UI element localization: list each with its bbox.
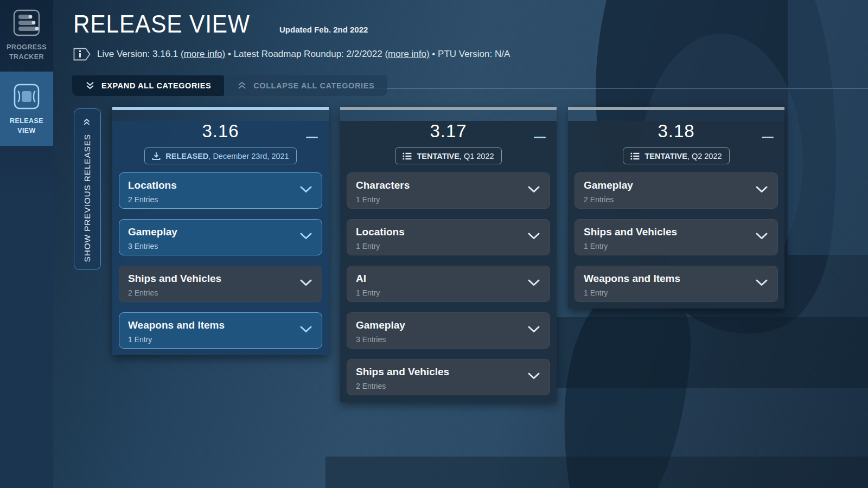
category-entries: 1 Entry [584, 288, 769, 297]
version-title: 3.17 [347, 121, 550, 142]
column-collapse-button[interactable] [534, 133, 549, 142]
collapse-all-label: COLLAPSE ALL CATEGORIES [253, 81, 374, 90]
chevron-down-icon [300, 326, 312, 333]
version-info-bar: Live Version: 3.16.1 (more info) • Lates… [73, 48, 510, 61]
version-title: 3.16 [119, 121, 322, 142]
column-body: 3.16 RELEASED, December 23rd, 2021 [112, 121, 329, 355]
category-entries: 2 Entries [128, 195, 313, 204]
chevron-down-icon [528, 233, 540, 240]
category-title: Characters [356, 179, 541, 192]
category-card-list: Characters 1 Entry Locations 1 Entry AI … [347, 172, 550, 395]
release-column: 3.17 TENTATIVE, Q1 2022 Characters [340, 107, 557, 402]
status-badge: TENTATIVE, Q1 2022 [395, 147, 501, 164]
category-title: Ships and Vehicles [128, 272, 313, 285]
minus-icon [762, 137, 774, 138]
page-updated: Updated Feb. 2nd 2022 [279, 25, 368, 34]
list-icon [630, 152, 640, 160]
category-card[interactable]: Locations 2 Entries [119, 172, 322, 209]
toolbar-divider-line [355, 88, 868, 89]
column-collapse-button[interactable] [306, 133, 321, 142]
chevron-down-icon [528, 186, 540, 193]
chevron-down-icon [528, 279, 540, 286]
status-badge-text: RELEASED, December 23rd, 2021 [165, 152, 289, 160]
list-icon [403, 152, 412, 160]
category-card[interactable]: Ships and Vehicles 2 Entries [119, 266, 322, 302]
category-entries: 2 Entries [128, 288, 313, 297]
category-title: Ships and Vehicles [584, 226, 769, 239]
category-card[interactable]: Weapons and Items 1 Entry [119, 312, 322, 349]
release-column: 3.18 TENTATIVE, Q2 2022 Gameplay [568, 107, 784, 309]
sidebar-item-label: PROGRESS TRACKER [4, 42, 49, 62]
category-title: Weapons and Items [584, 272, 769, 285]
category-title: Weapons and Items [128, 319, 313, 332]
progress-tracker-icon [12, 9, 41, 37]
category-entries: 1 Entry [356, 195, 541, 204]
category-title: AI [356, 272, 541, 285]
live-version-more-info-link[interactable]: (more info) [181, 49, 225, 59]
column-body: 3.17 TENTATIVE, Q1 2022 Characters [340, 121, 557, 402]
category-entries: 3 Entries [356, 335, 541, 344]
column-status-strip [112, 107, 329, 110]
category-card[interactable]: Gameplay 2 Entries [575, 172, 778, 209]
category-card[interactable]: AI 1 Entry [347, 266, 550, 302]
chevron-down-icon [300, 186, 312, 193]
chevron-down-icon [528, 326, 540, 333]
double-chevron-left-icon: « [81, 118, 94, 125]
category-card[interactable]: Characters 1 Entry [347, 172, 550, 209]
status-badge-text: TENTATIVE, Q2 2022 [644, 152, 722, 160]
info-icon [73, 48, 91, 61]
roundup-text: • Latest Roadmap Roundup: 2/2/2022 [225, 49, 385, 59]
expand-all-label: EXPAND ALL CATEGORIES [101, 81, 211, 90]
show-previous-releases-label: SHOW PREVIOUS RELEASES [82, 134, 92, 262]
chevron-down-icon [300, 279, 312, 286]
status-badge: TENTATIVE, Q2 2022 [623, 147, 729, 164]
chevron-down-icon [528, 373, 540, 380]
category-card[interactable]: Gameplay 3 Entries [119, 219, 322, 255]
sidebar-item-progress-tracker[interactable]: PROGRESS TRACKER [0, 0, 53, 72]
chevron-down-icon [756, 279, 768, 286]
minus-icon [306, 137, 318, 138]
show-previous-releases-tab[interactable]: « SHOW PREVIOUS RELEASES [74, 108, 101, 270]
category-title: Gameplay [584, 179, 769, 192]
category-title: Locations [128, 179, 313, 192]
app-sidebar: PROGRESS TRACKER RELEASE VIEW [0, 0, 53, 488]
category-card[interactable]: Ships and Vehicles 2 Entries [347, 359, 550, 395]
chevron-down-icon [300, 233, 312, 240]
double-chevron-up-icon [237, 81, 247, 90]
sidebar-item-label: RELEASE VIEW [4, 116, 49, 136]
category-card[interactable]: Weapons and Items 1 Entry [575, 266, 778, 302]
category-card-list: Gameplay 2 Entries Ships and Vehicles 1 … [575, 172, 778, 302]
category-entries: 1 Entry [128, 335, 313, 344]
category-card[interactable]: Gameplay 3 Entries [347, 312, 550, 349]
live-version-text: Live Version: 3.16.1 [97, 49, 181, 59]
category-title: Locations [356, 226, 541, 239]
chevron-down-icon [756, 186, 768, 193]
category-entries: 3 Entries [128, 242, 313, 251]
expand-all-categories-button[interactable]: EXPAND ALL CATEGORIES [72, 75, 224, 96]
collapse-all-categories-button[interactable]: COLLAPSE ALL CATEGORIES [224, 75, 387, 96]
category-card[interactable]: Locations 1 Entry [347, 219, 550, 255]
column-status-strip [568, 107, 784, 110]
double-chevron-down-icon [85, 81, 95, 90]
category-title: Gameplay [356, 319, 541, 332]
release-view-icon [12, 82, 41, 111]
roundup-more-info-link[interactable]: (more info) [385, 49, 429, 59]
ptu-version-text: • PTU Version: N/A [430, 49, 510, 59]
release-columns: 3.16 RELEASED, December 23rd, 2021 [112, 107, 784, 402]
category-entries: 2 Entries [584, 195, 769, 204]
column-collapse-button[interactable] [762, 133, 777, 142]
sidebar-item-release-view[interactable]: RELEASE VIEW [0, 72, 53, 146]
chevron-down-icon [756, 233, 768, 240]
download-icon [152, 152, 161, 160]
version-title: 3.18 [575, 121, 778, 142]
category-entries: 1 Entry [356, 288, 541, 297]
page-header: RELEASE VIEW Updated Feb. 2nd 2022 [73, 9, 368, 38]
status-badge-text: TENTATIVE, Q1 2022 [417, 152, 494, 160]
category-title: Ships and Vehicles [356, 365, 541, 378]
category-card-list: Locations 2 Entries Gameplay 3 Entries S… [119, 172, 322, 349]
info-text: Live Version: 3.16.1 (more info) • Lates… [97, 49, 510, 60]
category-entries: 1 Entry [584, 242, 769, 251]
category-card[interactable]: Ships and Vehicles 1 Entry [575, 219, 778, 255]
page-title: RELEASE VIEW [73, 9, 250, 38]
status-badge: RELEASED, December 23rd, 2021 [144, 147, 296, 164]
